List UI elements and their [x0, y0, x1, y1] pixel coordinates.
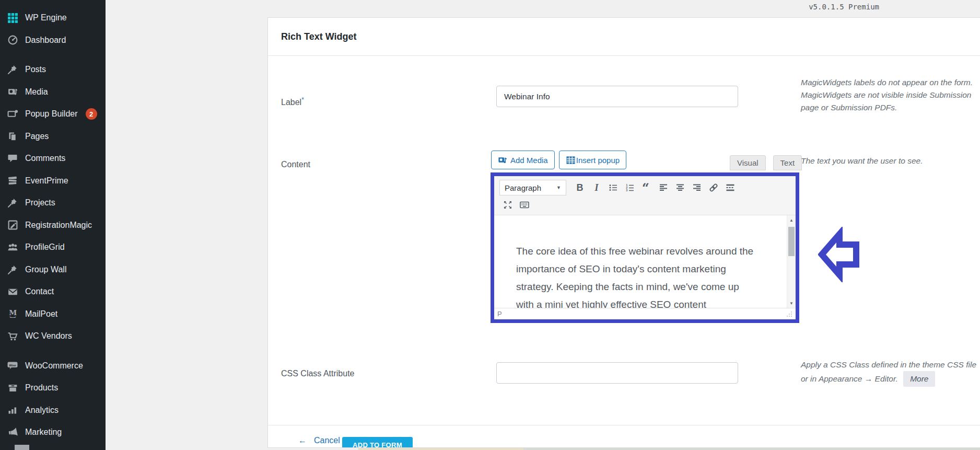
- sidebar-item-marketing[interactable]: Marketing: [0, 421, 106, 444]
- required-asterisk: *: [301, 96, 304, 103]
- editor-media-buttons: Add Media Insert popup: [491, 151, 626, 169]
- left-arrow-annotation-icon: [818, 227, 860, 284]
- sidebar-item-label: Contact: [25, 287, 54, 296]
- add-to-form-button[interactable]: ADD TO FORM: [342, 437, 413, 448]
- mailpoet-icon: M: [7, 308, 18, 320]
- css-class-input[interactable]: [496, 362, 738, 384]
- numbered-list-icon: 123: [625, 182, 635, 193]
- add-media-icon: [498, 155, 508, 165]
- label-field-label: Label*: [281, 96, 304, 107]
- sidebar-item-eventprime[interactable]: EventPrime: [0, 170, 106, 192]
- sidebar-item-projects[interactable]: Projects: [0, 192, 106, 214]
- numbered-list-button[interactable]: 123: [622, 180, 638, 195]
- sidebar-item-wp-engine[interactable]: WP Engine: [0, 7, 106, 29]
- sidebar-item-group-wall[interactable]: Group Wall: [0, 259, 106, 281]
- sidebar-item-woocommerce[interactable]: WooWooCommerce: [0, 355, 106, 377]
- box-icon: [7, 382, 18, 394]
- wp-engine-grid-icon: [7, 12, 18, 24]
- sidebar-item-products[interactable]: Products: [0, 377, 106, 399]
- sidebar-item-label: Products: [25, 383, 58, 393]
- content-field-label: Content: [281, 160, 310, 169]
- align-right-button[interactable]: [689, 180, 705, 195]
- sidebar-item-analytics[interactable]: Analytics: [0, 399, 106, 422]
- more-button[interactable]: More: [903, 371, 935, 387]
- tab-text[interactable]: Text: [773, 155, 802, 170]
- sidebar-item-label: MailPoet: [25, 309, 57, 319]
- scroll-down-icon[interactable]: ▼: [787, 299, 796, 307]
- insert-popup-label: Insert popup: [576, 156, 620, 165]
- version-badge: v5.0.1.5 Premium: [809, 3, 879, 11]
- sidebar-item-dashboard[interactable]: Dashboard: [0, 29, 106, 52]
- sidebar-item-label: ProfileGrid: [25, 243, 65, 252]
- update-count-badge: 2: [86, 108, 97, 120]
- popup-icon: [7, 108, 18, 120]
- svg-text:Woo: Woo: [9, 363, 16, 367]
- media-icon: [7, 86, 18, 98]
- insert-popup-button[interactable]: Insert popup: [559, 151, 626, 169]
- align-center-button[interactable]: [672, 180, 689, 195]
- align-center-icon: [675, 182, 685, 193]
- blockquote-icon: “: [641, 182, 652, 193]
- fullscreen-icon: [503, 200, 513, 210]
- sidebar-item-posts[interactable]: Posts: [0, 59, 106, 81]
- link-button[interactable]: [705, 180, 722, 195]
- sidebar-item-registrationmagic[interactable]: RegistrationMagic: [0, 214, 106, 237]
- tab-visual[interactable]: Visual: [730, 155, 766, 170]
- comment-icon: [7, 153, 18, 164]
- sidebar-item-label: Marketing: [25, 428, 62, 437]
- align-left-button[interactable]: [655, 180, 672, 195]
- editor-mode-tabs: Visual Text: [730, 155, 802, 170]
- label-input[interactable]: [496, 86, 738, 107]
- scroll-up-icon[interactable]: ▲: [787, 216, 796, 224]
- tickets-icon: [7, 175, 18, 187]
- paragraph-format-value: Paragraph: [505, 183, 541, 192]
- cancel-link[interactable]: ← Cancel: [298, 436, 340, 445]
- pushpin-icon: [7, 264, 18, 275]
- sidebar-item-mailpoet[interactable]: MMailPoet: [0, 303, 106, 326]
- sidebar-item-popup-builder[interactable]: Popup Builder2: [0, 103, 106, 125]
- italic-button[interactable]: I: [588, 180, 605, 195]
- keyboard-icon: [519, 200, 530, 210]
- editor-toolbar: Paragraph ▼ BI123“: [494, 176, 796, 215]
- link-icon: [708, 182, 719, 193]
- pushpin-icon: [7, 197, 18, 209]
- rich-text-editor: Paragraph ▼ BI123“ The core idea of this…: [491, 172, 799, 323]
- sidebar-item-label: Projects: [25, 198, 55, 207]
- sidebar-item-contact[interactable]: Contact: [0, 281, 106, 303]
- scrollbar-thumb[interactable]: [788, 227, 795, 256]
- clipboard-pen-icon: [7, 220, 18, 231]
- rich-text-widget-panel: Rich Text Widget Label* MagicWidgets lab…: [267, 17, 980, 448]
- sidebar-item-label: WP Engine: [25, 13, 67, 22]
- sidebar-item-profilegrid[interactable]: ProfileGrid: [0, 236, 106, 259]
- editor-scrollbar[interactable]: ▲ ▼: [787, 215, 796, 308]
- sidebar-item-comments[interactable]: Comments: [0, 147, 106, 170]
- bold-icon: B: [577, 182, 584, 193]
- fullscreen-button[interactable]: [499, 198, 516, 212]
- sidebar-item-label: Media: [25, 87, 48, 97]
- back-arrow-icon: ←: [298, 436, 307, 445]
- envelope-icon: [7, 286, 18, 297]
- paragraph-format-select[interactable]: Paragraph ▼: [499, 180, 566, 195]
- content-help-note: The text you want the user to see.: [801, 155, 980, 167]
- sidebar-item-label: Pages: [25, 132, 49, 141]
- add-media-button[interactable]: Add Media: [491, 151, 555, 169]
- editor-paragraph: The core idea of this free webinar revol…: [516, 215, 759, 308]
- resize-grip-icon[interactable]: [786, 311, 792, 317]
- bullet-list-button[interactable]: [605, 180, 622, 195]
- sidebar-item-media[interactable]: Media: [0, 81, 106, 103]
- bold-button[interactable]: B: [571, 180, 588, 195]
- sidebar-item-pages[interactable]: Pages: [0, 125, 106, 148]
- sidebar-item-label: Comments: [25, 154, 65, 163]
- keyboard-button[interactable]: [516, 198, 533, 212]
- megaphone-icon: [7, 426, 18, 438]
- underlying-page-strip-sage: [523, 448, 980, 450]
- sidebar-separator: [0, 51, 106, 59]
- editor-content-area[interactable]: The core idea of this free webinar revol…: [494, 215, 796, 308]
- sidebar-item-label: WC Vendors: [25, 331, 72, 341]
- sidebar-item-wc-vendors[interactable]: WC Vendors: [0, 325, 106, 348]
- element-path[interactable]: P: [497, 310, 502, 318]
- editor-statusbar: P: [494, 308, 796, 319]
- read-more-button[interactable]: [722, 180, 739, 195]
- blockquote-button[interactable]: “: [638, 180, 655, 195]
- svg-text:M: M: [9, 308, 17, 317]
